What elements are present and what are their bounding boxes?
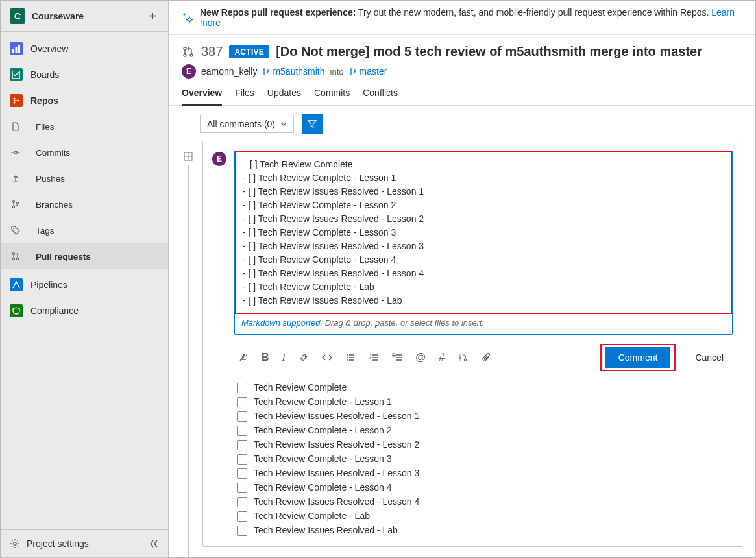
checkbox[interactable] xyxy=(237,426,247,436)
checklist-item: Tech Review Complete - Lesson 2 xyxy=(237,423,733,437)
comment-author-avatar: E xyxy=(212,152,226,166)
checkbox[interactable] xyxy=(237,483,247,493)
checklist-label: Tech Review Complete - Lesson 2 xyxy=(254,425,391,435)
sidebar: C Courseware + Overview Boards xyxy=(1,1,169,557)
sidebar-item-commits[interactable]: Commits xyxy=(1,140,168,165)
checkbox[interactable] xyxy=(237,526,247,536)
sidebar-item-files[interactable]: Files xyxy=(1,114,168,140)
checkbox[interactable] xyxy=(237,383,247,393)
checklist-item: Tech Review Complete - Lesson 3 xyxy=(237,452,733,466)
tab-overview[interactable]: Overview xyxy=(182,88,222,106)
hash-icon[interactable]: # xyxy=(437,351,446,364)
checkbox[interactable] xyxy=(237,411,247,422)
pipelines-icon xyxy=(10,278,23,291)
checklist-item: Tech Review Complete - Lab xyxy=(237,509,733,523)
checkbox[interactable] xyxy=(237,454,247,465)
editor-line: - [ ] Tech Review Complete - Lesson 2 xyxy=(243,199,724,212)
author-avatar[interactable]: E xyxy=(182,64,196,79)
svg-point-20 xyxy=(263,73,265,75)
sidebar-item-boards[interactable]: Boards xyxy=(1,62,168,88)
checklist-item: Tech Review Issues Resolved - Lesson 1 xyxy=(237,409,733,423)
svg-point-34 xyxy=(464,359,466,361)
comment-button[interactable]: Comment xyxy=(605,347,671,368)
editor-line: - [ ] Tech Review Complete - Lesson 4 xyxy=(243,253,724,267)
svg-point-6 xyxy=(17,99,19,101)
sidebar-item-pipelines[interactable]: Pipelines xyxy=(1,272,168,298)
author-name[interactable]: eamonn_kelly xyxy=(201,66,257,77)
checklist-label: Tech Review Issues Resolved - Lesson 3 xyxy=(254,468,419,478)
target-branch-label: master xyxy=(360,66,387,77)
tab-commits[interactable]: Commits xyxy=(314,88,350,105)
timeline-node-icon xyxy=(183,151,193,162)
svg-point-19 xyxy=(263,69,265,71)
target-branch[interactable]: master xyxy=(349,66,387,77)
app-root: C Courseware + Overview Boards xyxy=(0,0,756,558)
sidebar-item-compliance[interactable]: Compliance xyxy=(1,298,168,324)
tab-updates[interactable]: Updates xyxy=(267,88,301,105)
sidebar-item-label: Pull requests xyxy=(36,252,91,261)
project-settings-link[interactable]: Project settings xyxy=(27,539,89,549)
sidebar-footer: Project settings xyxy=(1,529,168,557)
thread-area: E [ ] Tech Review Complete- [ ] Tech Rev… xyxy=(169,138,755,557)
pr-ref-icon[interactable] xyxy=(456,351,469,364)
tab-files[interactable]: Files xyxy=(235,88,254,105)
sidebar-item-label: Pipelines xyxy=(30,280,67,290)
checkbox[interactable] xyxy=(237,497,247,507)
svg-point-32 xyxy=(459,354,461,356)
markdown-help-link[interactable]: Markdown supported. xyxy=(241,318,323,328)
svg-point-26 xyxy=(347,354,348,356)
add-button[interactable]: + xyxy=(146,7,159,25)
boards-icon xyxy=(10,68,23,81)
sidebar-item-label: Repos xyxy=(30,95,58,106)
source-branch[interactable]: m5authsmith xyxy=(262,66,324,77)
format-pick-icon[interactable] xyxy=(237,351,250,364)
sidebar-item-pullrequests[interactable]: Pull requests xyxy=(1,243,168,269)
gear-icon[interactable] xyxy=(10,539,20,549)
numbered-list-icon[interactable]: 12 xyxy=(367,351,380,364)
svg-point-7 xyxy=(14,151,17,154)
sidebar-item-label: Compliance xyxy=(30,306,79,316)
attach-icon[interactable] xyxy=(480,351,493,364)
sidebar-item-overview[interactable]: Overview xyxy=(1,36,168,62)
svg-point-15 xyxy=(14,542,16,545)
source-branch-label: m5authsmith xyxy=(273,66,324,77)
comment-editor[interactable]: [ ] Tech Review Complete- [ ] Tech Revie… xyxy=(234,151,733,335)
bullet-list-icon[interactable] xyxy=(344,351,357,364)
cancel-button[interactable]: Cancel xyxy=(686,347,733,368)
pr-header: 387 ACTIVE [Do Not merge] mod 5 tech rev… xyxy=(169,35,755,79)
link-icon[interactable] xyxy=(297,351,310,364)
svg-point-4 xyxy=(13,97,15,99)
bold-icon[interactable]: B xyxy=(260,351,271,364)
filter-button[interactable] xyxy=(302,114,323,134)
checklist-icon[interactable] xyxy=(391,351,404,364)
sidebar-item-tags[interactable]: Tags xyxy=(1,217,168,243)
sidebar-item-repos[interactable]: Repos xyxy=(1,88,168,114)
editor-line: - [ ] Tech Review Issues Resolved - Less… xyxy=(243,239,724,253)
banner-text: New Repos pull request experience: Try o… xyxy=(200,7,742,28)
editor-line: - [ ] Tech Review Issues Resolved - Less… xyxy=(243,212,724,226)
editor-highlight-annotation: [ ] Tech Review Complete- [ ] Tech Revie… xyxy=(235,151,732,314)
project-name[interactable]: Courseware xyxy=(32,11,146,21)
sidebar-item-branches[interactable]: Branches xyxy=(1,191,168,217)
tab-conflicts[interactable]: Conflicts xyxy=(363,88,398,105)
code-icon[interactable] xyxy=(321,351,334,364)
comment-card: E [ ] Tech Review Complete- [ ] Tech Rev… xyxy=(202,141,742,547)
checklist-label: Tech Review Complete - Lesson 4 xyxy=(254,482,391,492)
checkbox[interactable] xyxy=(237,440,247,450)
checklist-label: Tech Review Complete - Lab xyxy=(254,511,370,521)
mention-icon[interactable]: @ xyxy=(414,351,427,364)
editor-line: - [ ] Tech Review Complete - Lab xyxy=(243,280,724,294)
collapse-sidebar-icon[interactable] xyxy=(149,539,159,549)
checkbox[interactable] xyxy=(237,397,247,407)
comment-textarea[interactable]: [ ] Tech Review Complete- [ ] Tech Revie… xyxy=(236,152,731,313)
italic-icon[interactable]: I xyxy=(281,351,287,364)
sidebar-item-pushes[interactable]: Pushes xyxy=(1,165,168,191)
checklist-item: Tech Review Issues Resolved - Lab xyxy=(237,523,733,537)
sidebar-item-label: Commits xyxy=(36,148,70,158)
comments-filter-dropdown[interactable]: All comments (0) xyxy=(200,115,294,133)
checkbox[interactable] xyxy=(237,468,247,479)
checklist-label: Tech Review Complete xyxy=(254,382,347,393)
svg-point-11 xyxy=(13,228,14,229)
checkbox[interactable] xyxy=(237,511,247,522)
compliance-icon xyxy=(10,304,23,317)
